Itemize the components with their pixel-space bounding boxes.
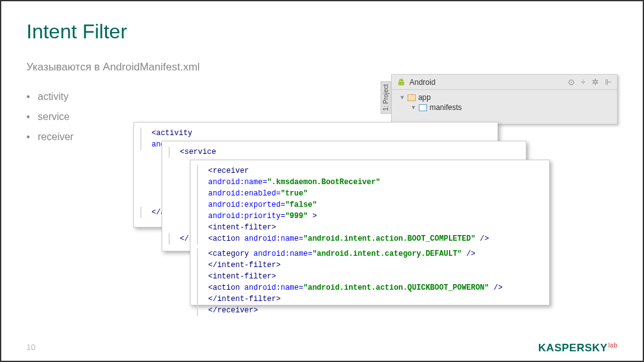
project-tree: ▼ app ▼ manifests [392, 90, 617, 115]
chevron-down-icon: ▼ [399, 94, 405, 101]
target-icon[interactable]: ⊙ [568, 77, 575, 87]
brand-logo: KASPERSKYlab [538, 342, 618, 354]
ide-dropdown[interactable]: Android [409, 78, 564, 87]
folder-icon [408, 94, 416, 101]
code-snippet-receiver: <receiver android:name=".kmsdaemon.BootR… [190, 160, 550, 305]
tree-label: manifests [430, 103, 462, 112]
hide-icon[interactable]: ⊩ [605, 77, 612, 87]
android-icon [397, 78, 406, 87]
gear-icon[interactable]: ✲ [592, 77, 599, 87]
tree-label: app [418, 93, 431, 102]
chevron-down-icon: ▼ [411, 104, 416, 111]
tree-node-app[interactable]: ▼ app [399, 92, 609, 102]
tree-node-manifests[interactable]: ▼ manifests [399, 102, 609, 112]
page-number: 10 [26, 343, 35, 352]
folder-icon [419, 104, 427, 111]
slide-subtitle: Указываются в AndroidManifest.xml [26, 61, 618, 74]
ide-project-pane: 1: Project Android ⊙ ÷ ✲ ⊩ ▼ app ▼ mani [391, 74, 618, 124]
collapse-icon[interactable]: ÷ [581, 77, 586, 87]
slide-title: Intent Filter [26, 20, 618, 43]
ide-toolbar: Android ⊙ ÷ ✲ ⊩ [392, 75, 617, 90]
project-sidebar-tab[interactable]: 1: Project [380, 81, 391, 114]
ide-toolbar-icons: ⊙ ÷ ✲ ⊩ [568, 77, 612, 87]
